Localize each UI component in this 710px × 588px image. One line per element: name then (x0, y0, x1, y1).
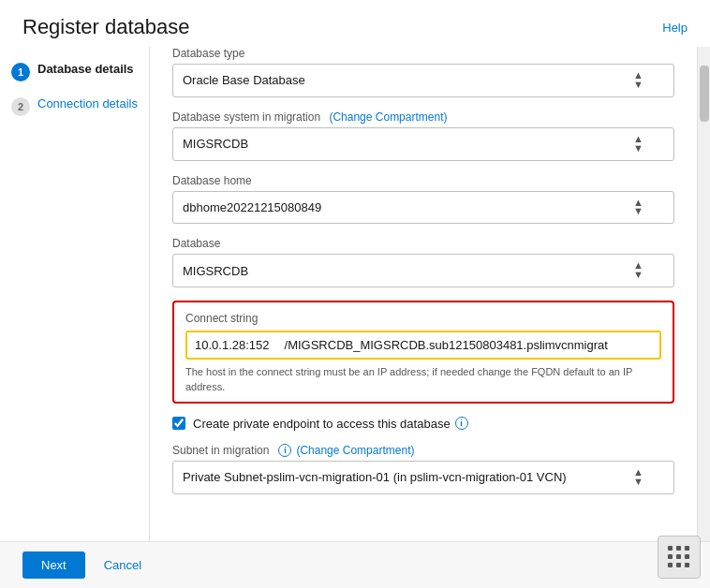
dot (668, 554, 673, 559)
connect-string-left: 10.0.1.28:152 (187, 332, 277, 358)
down-arrow: ▼ (633, 144, 643, 154)
subnet-select[interactable]: Private Subnet-pslim-vcn-migration-01 (i… (172, 461, 674, 494)
down-arrow: ▼ (633, 271, 643, 280)
connect-string-input[interactable]: 10.0.1.28:152 /MIGSRCDB_MIGSRCDB.sub1215… (185, 331, 661, 360)
database-home-value: dbhome20221215080849 (183, 200, 629, 214)
subnet-value: Private Subnet-pslim-vcn-migration-01 (i… (183, 470, 629, 484)
database-label: Database (172, 237, 674, 250)
main-layout: 1 Database details 2 Connection details … (0, 47, 710, 541)
database-home-group: Database home dbhome20221215080849 ▲ ▼ (172, 174, 674, 225)
connect-string-hint: The host in the connect string must be a… (185, 365, 661, 394)
connect-string-right: /MIGSRCDB_MIGSRCDB.sub12150803481.pslimv… (277, 332, 659, 358)
next-button[interactable]: Next (22, 551, 85, 579)
dot (685, 554, 689, 559)
grid-fab[interactable] (658, 536, 701, 579)
database-home-select-container: dbhome20221215080849 ▲ ▼ (172, 191, 674, 225)
database-home-arrows: ▲ ▼ (633, 198, 643, 217)
scroll-thumb (700, 66, 709, 122)
header: Register database Help (0, 0, 710, 47)
step-1-label: Database details (37, 62, 134, 76)
database-type-group: Database type Oracle Base Database ▲ ▼ (172, 47, 674, 97)
dot (685, 546, 689, 551)
database-select-container: MIGSRCDB ▲ ▼ (172, 254, 674, 287)
database-type-label: Database type (172, 47, 674, 60)
private-endpoint-row: Create private endpoint to access this d… (172, 417, 674, 431)
database-arrows: ▲ ▼ (633, 261, 643, 280)
subnet-select-container: Private Subnet-pslim-vcn-migration-01 (i… (172, 461, 674, 494)
private-endpoint-checkbox[interactable] (172, 417, 185, 430)
database-value: MIGSRCDB (183, 264, 629, 278)
database-system-select[interactable]: MIGSRCDB ▲ ▼ (172, 127, 674, 161)
database-type-select[interactable]: Oracle Base Database ▲ ▼ (172, 64, 674, 97)
grid-dots (668, 546, 690, 568)
dot (676, 546, 681, 551)
help-link[interactable]: Help (662, 21, 688, 35)
dot (676, 563, 681, 567)
down-arrow: ▼ (633, 478, 643, 487)
step-1-circle: 1 (11, 63, 30, 81)
connect-string-section: Connect string 10.0.1.28:152 /MIGSRCDB_M… (172, 301, 674, 404)
content-area: Database type Oracle Base Database ▲ ▼ (150, 47, 697, 541)
scrollbar[interactable] (697, 47, 710, 541)
database-system-label: Database system in migration (Change Com… (172, 110, 674, 124)
subnet-group: Subnet in migration i (Change Compartmen… (172, 444, 674, 494)
info-icon[interactable]: i (455, 417, 468, 430)
dot (685, 563, 689, 567)
page-title: Register database (22, 15, 190, 39)
dot (668, 546, 673, 551)
sidebar-item-database-details[interactable]: 1 Database details (0, 54, 149, 89)
sidebar: 1 Database details 2 Connection details (0, 47, 150, 541)
database-group: Database MIGSRCDB ▲ ▼ (172, 237, 674, 287)
down-arrow: ▼ (633, 207, 643, 216)
database-system-group: Database system in migration (Change Com… (172, 110, 674, 161)
database-type-value: Oracle Base Database (183, 73, 629, 87)
private-endpoint-label: Create private endpoint to access this d… (193, 417, 451, 431)
change-compartment-link-1[interactable]: (Change Compartment) (329, 110, 447, 124)
database-system-value: MIGSRCDB (183, 137, 629, 151)
subnet-arrows: ▲ ▼ (633, 468, 643, 487)
change-compartment-link-2[interactable]: (Change Compartment) (296, 444, 414, 457)
dot (676, 554, 681, 559)
database-home-select[interactable]: dbhome20221215080849 ▲ ▼ (172, 191, 674, 225)
database-home-label: Database home (172, 174, 674, 187)
database-type-arrows: ▲ ▼ (633, 71, 643, 90)
database-type-select-container: Oracle Base Database ▲ ▼ (172, 64, 674, 97)
footer: Next Cancel (0, 541, 710, 588)
connect-string-label: Connect string (185, 312, 661, 325)
sidebar-item-connection-details[interactable]: 2 Connection details (0, 89, 149, 124)
dot (668, 563, 673, 567)
down-arrow: ▼ (633, 81, 643, 90)
subnet-info-icon[interactable]: i (278, 444, 291, 457)
database-system-arrows: ▲ ▼ (633, 135, 643, 154)
cancel-button[interactable]: Cancel (100, 551, 145, 579)
database-select[interactable]: MIGSRCDB ▲ ▼ (172, 254, 674, 287)
step-2-label: Connection details (37, 96, 138, 110)
subnet-label: Subnet in migration i (Change Compartmen… (172, 444, 674, 457)
database-system-select-container: MIGSRCDB ▲ ▼ (172, 127, 674, 161)
step-2-circle: 2 (11, 97, 30, 116)
